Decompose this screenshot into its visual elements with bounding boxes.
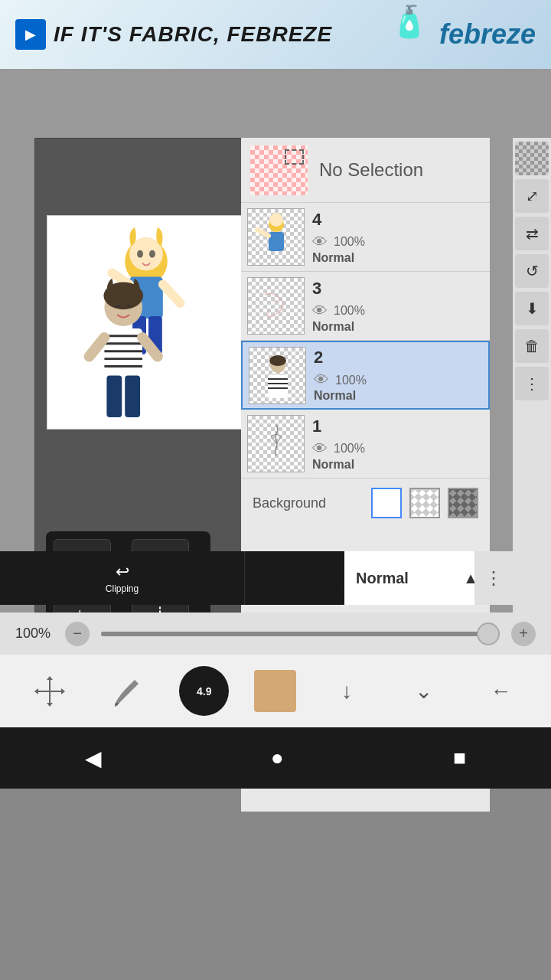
zoom-bar: 100% − + — [0, 612, 551, 655]
layer-1-thumb — [247, 415, 305, 472]
zoom-percent: 100% — [15, 626, 54, 642]
selection-row[interactable]: No Selection — [241, 138, 490, 203]
bg-dark-checker-swatch[interactable] — [448, 488, 478, 518]
layer-4-thumb — [247, 208, 305, 266]
layer-2[interactable]: 2 👁 100% Normal — [241, 341, 490, 410]
right-icons-panel: ⤢ ⇄ ↺ ⬇ 🗑 ⋮ — [513, 138, 551, 674]
svg-marker-33 — [34, 688, 38, 694]
layer-4-info: 4 👁 100% Normal — [312, 210, 484, 265]
svg-point-26 — [269, 355, 286, 366]
ad-text: IF IT'S FABRIC, FEBREZE — [54, 22, 332, 47]
zoom-slider-track[interactable] — [101, 632, 500, 636]
down-chevron-tool[interactable]: ⌄ — [397, 665, 451, 718]
down-arrow-tool[interactable]: ↓ — [320, 665, 373, 718]
system-nav: ◀ ● ■ — [0, 727, 551, 789]
bg-light-checker-swatch[interactable] — [409, 488, 440, 518]
brush-size-value: 4.9 — [197, 685, 211, 697]
ad-banner: ▶ IF IT'S FABRIC, FEBREZE 🧴 febreze — [0, 0, 551, 69]
layer-3-info: 3 👁 100% Normal — [312, 279, 484, 334]
nav-toolbar: 4.9 ↓ ⌄ ← — [0, 655, 551, 727]
flip-icon-btn[interactable]: ⇄ — [515, 217, 549, 250]
more-options-btn[interactable]: ⋮ — [515, 367, 549, 400]
sys-back-btn[interactable]: ◀ — [85, 746, 102, 771]
brush-tool[interactable] — [100, 665, 154, 718]
sys-square-btn[interactable]: ■ — [453, 746, 466, 770]
svg-marker-35 — [47, 676, 53, 680]
main-area: + ⇄ +▪ ⇣ 📷 No Selection — [0, 69, 551, 789]
layer-2-info: 2 👁 100% Normal — [314, 348, 482, 403]
svg-rect-19 — [106, 375, 122, 417]
zoom-slider-thumb[interactable] — [477, 622, 500, 645]
layer-4[interactable]: 4 👁 100% Normal — [241, 203, 490, 272]
selection-thumb — [250, 145, 308, 195]
ad-logo-icon: ▶ — [15, 19, 46, 50]
svg-line-6 — [163, 284, 181, 303]
brush-size-indicator[interactable]: 4.9 — [178, 665, 231, 718]
blend-mode-label: Normal — [356, 570, 409, 587]
zoom-plus-btn[interactable]: + — [511, 622, 536, 646]
transform-tool[interactable] — [23, 665, 77, 718]
zoom-minus-btn[interactable]: − — [65, 622, 90, 646]
background-row: Background — [241, 479, 490, 528]
sys-home-btn[interactable]: ● — [271, 746, 284, 770]
rotate-layer-btn[interactable]: ↺ — [515, 254, 549, 288]
color-swatch[interactable] — [254, 670, 296, 712]
ad-brand: febreze — [439, 18, 536, 51]
layer-down-btn[interactable]: ⬇ — [515, 292, 549, 325]
svg-point-3 — [149, 250, 155, 258]
svg-point-22 — [269, 213, 283, 227]
svg-line-17 — [90, 338, 105, 357]
checker-icon-btn[interactable] — [515, 142, 549, 175]
layer-1[interactable]: 1 👁 100% Normal — [241, 410, 490, 479]
layer-1-info: 1 👁 100% Normal — [312, 416, 484, 472]
ad-bottle-icon: 🧴 — [390, 4, 429, 40]
svg-marker-34 — [61, 688, 65, 694]
layer-2-thumb — [249, 347, 306, 404]
background-label: Background — [253, 495, 364, 511]
blend-mode-btn[interactable]: Normal ▲ — [344, 551, 490, 605]
svg-rect-23 — [269, 232, 284, 251]
three-dots-btn[interactable]: ⋮ — [474, 551, 513, 605]
bg-white-swatch[interactable] — [371, 488, 402, 518]
layer-3-thumb — [247, 277, 305, 335]
svg-marker-36 — [47, 703, 53, 707]
layer-3[interactable]: 3 👁 100% Normal — [241, 272, 490, 341]
svg-line-24 — [257, 230, 269, 236]
svg-rect-20 — [125, 375, 140, 417]
delete-layer-btn[interactable]: 🗑 — [515, 329, 549, 363]
canvas-image[interactable] — [47, 215, 246, 430]
back-tool[interactable]: ← — [474, 665, 528, 718]
move-icon-btn[interactable]: ⤢ — [515, 179, 549, 213]
no-selection-text: No Selection — [319, 159, 423, 181]
clipping-btn[interactable]: ↩ Clipping — [0, 551, 245, 605]
svg-point-2 — [137, 250, 143, 258]
